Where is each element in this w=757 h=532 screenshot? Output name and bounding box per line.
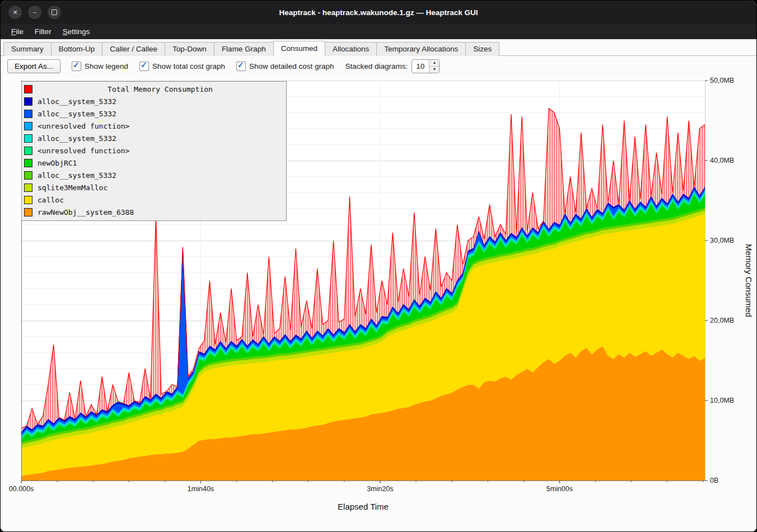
show-detailed-cost-graph-checkbox[interactable]: Show detailed cost graph [236,62,334,71]
legend-item-label: alloc__system_5332 [38,171,116,180]
legend-color-swatch [24,147,32,155]
maximize-button[interactable] [48,6,61,19]
checkbox-label: Show detailed cost graph [249,62,334,70]
minimize-icon: − [33,9,36,16]
svg-text:1min40s: 1min40s [188,485,214,493]
chart-toolbar: Export As... Show legend Show total cost… [1,56,756,76]
show-legend-checkbox[interactable]: Show legend [72,62,128,71]
tab-bottom-up[interactable]: Bottom-Up [51,42,103,56]
tab-temporary-allocations[interactable]: Temporary Allocations [376,42,466,56]
svg-text:40,0MB: 40,0MB [710,157,734,164]
titlebar: ✕ − Heaptrack - heaptrack.wakunode.1.gz … [1,1,756,24]
legend-item-label: sqlite3MemMalloc [38,183,108,192]
consumed-chart-area: 00.000s1min40s3min20s5min00s0B10,0MB20,0… [1,76,756,531]
legend-item: calloc [24,194,283,206]
spinbox-value: 10 [412,60,429,73]
tab-caller-callee[interactable]: Caller / Callee [102,42,165,56]
legend-color-swatch [24,196,32,204]
show-total-cost-graph-checkbox[interactable]: Show total cost graph [139,62,225,71]
checkbox-icon [139,62,149,71]
maximize-icon [52,10,57,15]
legend-item-label: newObjRC1 [38,159,77,167]
legend-item: alloc__system_5332 [24,107,283,120]
spinbox-arrows: ▲ ▼ [429,60,439,73]
legend-color-swatch [24,122,32,130]
legend-item-label: alloc__system_5332 [38,97,116,106]
svg-text:00.000s: 00.000s [9,485,34,493]
legend-title-row: Total Memory Consumption [24,83,283,95]
chart-legend: Total Memory Consumption alloc__system_5… [21,81,287,221]
tab-consumed[interactable]: Consumed [273,41,325,56]
legend-color-swatch [24,110,32,118]
minimize-button[interactable]: − [28,6,41,19]
checkbox-label: Show total cost graph [152,62,225,70]
legend-item-label: <unresolved function> [38,147,129,155]
legend-color-swatch [24,183,32,192]
window-controls: ✕ − [8,6,61,19]
menu-file[interactable]: File [6,26,29,37]
legend-title: Total Memory Consumption [38,85,283,93]
tab-summary[interactable]: Summary [3,42,52,56]
svg-text:Memory Consumed: Memory Consumed [744,244,754,317]
tab-allocations[interactable]: Allocations [325,42,377,56]
svg-text:3min20s: 3min20s [367,485,393,493]
menu-filter[interactable]: Filter [30,26,57,37]
legend-item: alloc__system_5332 [24,132,283,144]
svg-text:Elapsed Time: Elapsed Time [338,502,389,511]
menu-settings[interactable]: Settings [58,26,95,37]
svg-text:20,0MB: 20,0MB [710,317,734,324]
legend-item: alloc__system_5332 [24,169,283,181]
tab-top-down[interactable]: Top-Down [165,42,214,56]
legend-color-swatch [24,171,32,180]
legend-item: <unresolved function> [24,120,283,132]
legend-item-label: <unresolved function> [38,122,129,130]
checkbox-icon [72,62,81,71]
legend-item: newObjRC1 [24,157,283,169]
checkbox-icon [236,62,246,71]
close-button[interactable]: ✕ [8,6,22,19]
legend-item-label: alloc__system_5332 [38,134,116,143]
legend-item: <unresolved function> [24,144,283,157]
stacked-diagrams-label: Stacked diagrams: [345,62,408,70]
tab-flame-graph[interactable]: Flame Graph [214,42,274,56]
legend-item-label: alloc__system_5332 [38,110,116,118]
legend-color-swatch [24,97,32,106]
menubar: File Filter Settings [1,24,756,39]
legend-rows: alloc__system_5332alloc__system_5332<unr… [24,95,283,218]
legend-color-swatch [24,208,32,216]
svg-text:30,0MB: 30,0MB [710,237,734,244]
spinbox-up-button[interactable]: ▲ [429,60,439,66]
tab-sizes[interactable]: Sizes [465,42,499,56]
legend-item: sqlite3MemMalloc [24,181,283,194]
close-icon: ✕ [12,9,17,16]
svg-text:10,0MB: 10,0MB [710,397,734,404]
svg-text:50,0MB: 50,0MB [710,77,734,84]
window-title: Heaptrack - heaptrack.wakunode.1.gz — He… [1,8,756,17]
legend-item-label: rawNewObj__system_6388 [38,208,134,216]
stacked-diagrams-spinbox[interactable]: 10 ▲ ▼ [412,59,440,73]
legend-item: rawNewObj__system_6388 [24,206,283,218]
svg-text:0B: 0B [710,477,718,484]
legend-color-swatch [24,134,32,143]
tab-bar: Summary Bottom-Up Caller / Callee Top-Do… [1,39,756,56]
app-window: ✕ − Heaptrack - heaptrack.wakunode.1.gz … [1,1,756,531]
legend-item: alloc__system_5332 [24,95,283,107]
export-as-button[interactable]: Export As... [7,59,60,73]
legend-item-label: calloc [38,196,64,204]
svg-text:5min00s: 5min00s [546,485,573,493]
legend-color-swatch [24,159,32,167]
stacked-diagrams-control: Stacked diagrams: 10 ▲ ▼ [345,59,440,73]
legend-total-swatch [24,85,32,93]
checkbox-label: Show legend [85,62,128,70]
spinbox-down-button[interactable]: ▼ [429,66,439,73]
